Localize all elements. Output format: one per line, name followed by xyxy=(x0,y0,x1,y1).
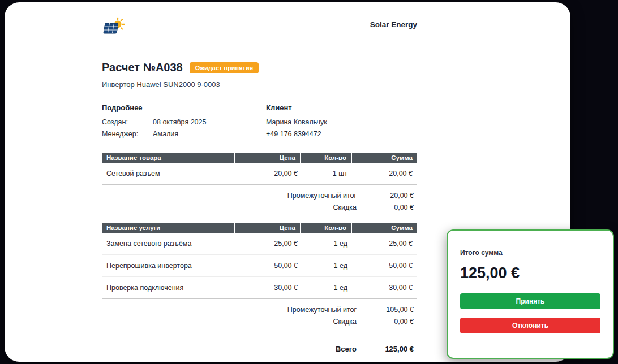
subtotal-value: 105,00 € xyxy=(357,304,417,316)
column-header: Цена xyxy=(235,153,300,163)
quote-document: Solar Energy Расчет №A038 Ожидает принят… xyxy=(102,17,417,353)
subtotal-label: Промежуточный итог xyxy=(102,304,357,316)
column-header: Цена xyxy=(235,223,300,233)
service-qty: 1 ед xyxy=(302,262,352,270)
client-name: Марина Ковальчук xyxy=(266,116,327,128)
created-value: 08 октября 2025 xyxy=(153,116,206,128)
discount-value: 0,00 € xyxy=(357,316,417,328)
decline-button[interactable]: Отклонить xyxy=(460,318,600,333)
discount-row: Скидка 0,00 € xyxy=(102,202,417,214)
product-price: 20,00 € xyxy=(237,170,302,177)
panel-heading: Итого сумма xyxy=(460,249,600,257)
table-row: Проверка подключения 30,00 € 1 ед 30,00 … xyxy=(102,277,417,298)
service-qty: 1 ед xyxy=(302,284,352,292)
column-header: Кол-во xyxy=(301,153,351,163)
subtotal-row: Промежуточный итог 20,00 € xyxy=(102,190,417,202)
column-header: Сумма xyxy=(352,223,417,233)
service-name: Проверка подключения xyxy=(102,284,237,292)
subtotal-label: Промежуточный итог xyxy=(102,190,357,202)
service-qty: 1 ед xyxy=(302,240,352,248)
page: Solar Energy Расчет №A038 Ожидает принят… xyxy=(0,0,618,364)
title-row: Расчет №A038 Ожидает принятия xyxy=(102,61,417,74)
service-sum: 30,00 € xyxy=(352,284,417,292)
meta-section: Подробнее Создан: 08 октября 2025 Менедж… xyxy=(102,103,417,140)
grand-total-value: 125,00 € xyxy=(357,345,417,353)
service-name: Перепрошивка инвертора xyxy=(102,262,237,270)
grand-total-row: Всего 125,00 € xyxy=(102,345,417,353)
detail-row-manager: Менеджер: Амалия xyxy=(102,128,266,140)
product-qty: 1 шт xyxy=(302,170,352,177)
services-table-body: Замена сетевого разъёма 25,00 € 1 ед 25,… xyxy=(102,233,417,299)
column-header: Сумма xyxy=(352,153,417,163)
client-phone-link[interactable]: +49 176 8394472 xyxy=(266,130,321,138)
product-name: Сетевой разъем xyxy=(102,170,237,177)
discount-value: 0,00 € xyxy=(357,202,417,214)
products-table-header: Название товара Цена Кол-во Сумма xyxy=(102,153,417,163)
discount-label: Скидка xyxy=(102,202,357,214)
brand-name: Solar Energy xyxy=(370,17,417,29)
grand-total-label: Всего xyxy=(102,345,357,353)
column-header: Кол-во xyxy=(301,223,351,233)
client-column: Клиент Марина Ковальчук +49 176 8394472 xyxy=(266,103,327,140)
service-sum: 50,00 € xyxy=(352,262,417,270)
products-table: Название товара Цена Кол-во Сумма Сетево… xyxy=(102,153,417,215)
subtotal-value: 20,00 € xyxy=(357,190,417,202)
services-table: Название услуги Цена Кол-во Сумма Замена… xyxy=(102,223,417,329)
page-title: Расчет №A038 xyxy=(102,61,183,74)
total-actions-panel: Итого сумма 125,00 € Принять Отклонить xyxy=(447,229,614,359)
service-sum: 25,00 € xyxy=(352,240,417,248)
product-sum: 20,00 € xyxy=(352,170,417,177)
document-subtitle: Инвертор Huawei SUN2000 9-0003 xyxy=(102,80,417,89)
services-summary: Промежуточный итог 105,00 € Скидка 0,00 … xyxy=(102,299,417,329)
table-row: Замена сетевого разъёма 25,00 € 1 ед 25,… xyxy=(102,233,417,255)
services-table-header: Название услуги Цена Кол-во Сумма xyxy=(102,223,417,233)
solar-panel-sun-icon xyxy=(102,17,126,41)
discount-row: Скидка 0,00 € xyxy=(102,316,417,328)
service-price: 30,00 € xyxy=(237,284,302,292)
manager-value: Амалия xyxy=(153,128,178,140)
discount-label: Скидка xyxy=(102,316,357,328)
document-header: Solar Energy xyxy=(102,17,417,41)
details-column: Подробнее Создан: 08 октября 2025 Менедж… xyxy=(102,103,266,140)
table-row: Перепрошивка инвертора 50,00 € 1 ед 50,0… xyxy=(102,255,417,277)
products-summary: Промежуточный итог 20,00 € Скидка 0,00 € xyxy=(102,185,417,215)
details-heading: Подробнее xyxy=(102,103,266,112)
status-badge: Ожидает принятия xyxy=(190,62,259,73)
created-label: Создан: xyxy=(102,116,153,128)
column-header: Название услуги xyxy=(102,223,234,233)
service-price: 50,00 € xyxy=(237,262,302,270)
column-header: Название товара xyxy=(102,153,234,163)
client-heading: Клиент xyxy=(266,103,327,112)
table-row: Сетевой разъем 20,00 € 1 шт 20,00 € xyxy=(102,163,417,184)
service-name: Замена сетевого разъёма xyxy=(102,240,237,248)
subtotal-row: Промежуточный итог 105,00 € xyxy=(102,304,417,316)
manager-label: Менеджер: xyxy=(102,128,153,140)
panel-total-amount: 125,00 € xyxy=(460,265,600,282)
detail-row-created: Создан: 08 октября 2025 xyxy=(102,116,266,128)
accept-button[interactable]: Принять xyxy=(460,293,600,309)
products-table-body: Сетевой разъем 20,00 € 1 шт 20,00 € xyxy=(102,163,417,185)
service-price: 25,00 € xyxy=(237,240,302,248)
